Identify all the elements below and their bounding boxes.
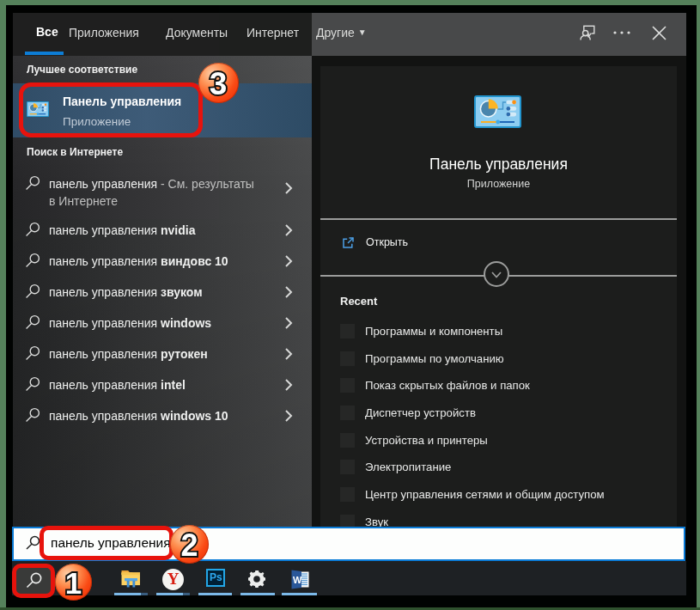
svg-text:3: 3 xyxy=(210,66,228,101)
svg-text:2: 2 xyxy=(180,528,198,563)
svg-text:W: W xyxy=(293,575,302,585)
svg-text:1: 1 xyxy=(65,566,82,600)
